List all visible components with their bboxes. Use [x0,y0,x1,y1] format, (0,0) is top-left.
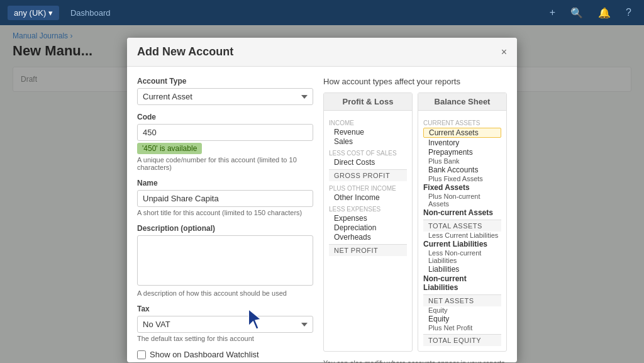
nav-search-icon[interactable]: 🔍 [565,4,588,21]
code-available-badge: '450' is available [137,143,202,154]
balance-sheet-body: Current Assets Current Assets Inventory … [418,111,506,351]
description-group: Description (optional) A description of … [137,224,313,297]
code-group: Code '450' is available A unique code/nu… [137,113,313,171]
description-help-text: A description of how this account should… [137,289,313,297]
watchlist-checkbox[interactable] [137,350,146,359]
tax-select[interactable]: No VAT [137,316,313,333]
nav-help-icon[interactable]: ? [621,4,636,21]
profit-loss-panel: Profit & Loss Income Revenue Sales Less … [323,92,413,352]
income-category: Income [329,120,407,126]
info-title: How account types affect your reports [323,77,507,86]
watchlist-label: Show on Dashboard Watchlist [150,350,259,359]
report-panels: Profit & Loss Income Revenue Sales Less … [323,92,507,352]
account-type-group: Account Type Current Asset [137,77,313,105]
name-label: Name [137,179,313,187]
add-account-modal: Add New Account × Account Type Current A… [127,38,517,362]
name-help-text: A short title for this account (limited … [137,209,313,216]
modal-header: Add New Account × [127,38,517,67]
profit-loss-body: Income Revenue Sales Less Cost of Sales … [324,111,412,261]
watchlist-checkbox-group: Show on Dashboard Watchlist [137,350,313,359]
tax-group: Tax No VAT The default tax setting for t… [137,304,313,342]
description-textarea[interactable] [137,235,313,286]
page-background: Manual Journals › New Manu... Draft Add … [0,25,644,363]
info-note: You can also modify where accounts appea… [323,359,507,362]
modal-overlay: Add New Account × Account Type Current A… [0,25,644,363]
modal-body: Account Type Current Asset Code '450' is… [127,67,517,362]
info-section: How account types affect your reports Pr… [323,77,507,352]
code-label: Code [137,113,313,121]
name-input[interactable] [137,190,313,207]
balance-sheet-panel: Balance Sheet Current Assets Current Ass… [418,92,507,352]
account-type-select[interactable]: Current Asset [137,88,313,105]
code-help-text: A unique code/number for this account (l… [137,156,313,171]
modal-title: Add New Account [137,45,233,59]
account-type-label: Account Type [137,77,313,86]
company-selector[interactable]: any (UK) ▾ [8,6,59,20]
nav-dashboard[interactable]: Dashboard [64,6,117,20]
modal-close-button[interactable]: × [501,47,507,57]
tax-label: Tax [137,304,313,313]
nav-bell-icon[interactable]: 🔔 [593,4,616,21]
description-label: Description (optional) [137,224,313,233]
form-section: Account Type Current Asset Code '450' is… [137,77,313,352]
name-group: Name A short title for this account (lim… [137,179,313,216]
balance-sheet-header: Balance Sheet [418,93,506,111]
tax-help-text: The default tax setting for this account [137,335,313,342]
nav-add-icon[interactable]: + [545,4,560,21]
profit-loss-header: Profit & Loss [324,93,412,111]
top-nav: any (UK) ▾ Dashboard + 🔍 🔔 ? [0,0,644,25]
code-input[interactable] [137,124,313,141]
